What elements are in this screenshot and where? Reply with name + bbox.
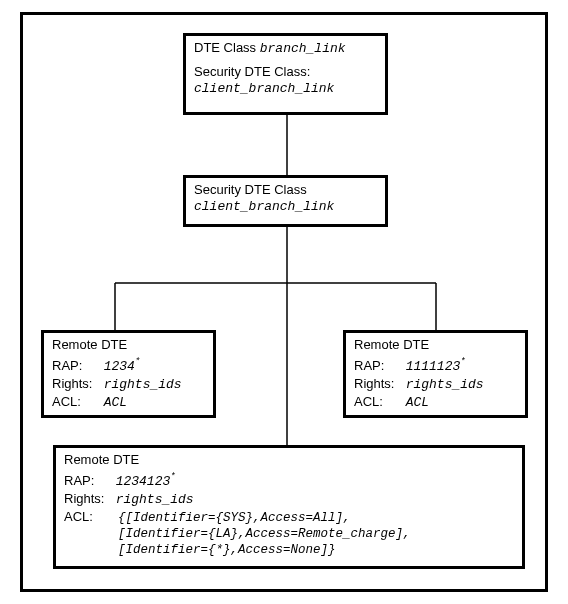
rights-value: rights_ids — [104, 377, 182, 392]
rights-row: Rights: rights_ids — [52, 376, 205, 394]
rap-row: RAP: 1111123* — [354, 358, 517, 376]
remote-dte-title: Remote DTE — [354, 337, 517, 354]
remote-dte-title: Remote DTE — [52, 337, 205, 354]
acl-value: ACL — [104, 395, 127, 410]
acl-row: ACL: ACL — [52, 394, 205, 412]
security-dte-class-box: Security DTE Class client_branch_link — [183, 175, 388, 227]
rights-row: Rights: rights_ids — [64, 491, 514, 509]
acl-label: ACL: — [354, 394, 402, 411]
rap-label: RAP: — [354, 358, 402, 375]
dte-class-box: DTE Class branch_link Security DTE Class… — [183, 33, 388, 115]
rights-label: Rights: — [354, 376, 402, 393]
remote-dte-bottom: Remote DTE RAP: 1234123* Rights: rights_… — [53, 445, 525, 569]
remote-dte-left: Remote DTE RAP: 1234* Rights: rights_ids… — [41, 330, 216, 418]
rap-value: 1234 — [104, 359, 135, 374]
rap-row: RAP: 1234123* — [64, 473, 514, 491]
acl-line3: [Identifier={*},Access=None]} — [118, 542, 514, 558]
rights-label: Rights: — [52, 376, 100, 393]
remote-dte-title: Remote DTE — [64, 452, 514, 469]
rights-value: rights_ids — [116, 492, 194, 507]
security-class-label: Security DTE Class — [194, 182, 377, 199]
rights-row: Rights: rights_ids — [354, 376, 517, 394]
security-class-value: client_branch_link — [194, 199, 377, 216]
rap-row: RAP: 1234* — [52, 358, 205, 376]
dte-class-line: DTE Class branch_link — [194, 40, 377, 58]
acl-value: ACL — [406, 395, 429, 410]
acl-row: ACL:{[Identifier={SYS},Access=All], — [64, 509, 514, 526]
remote-dte-right: Remote DTE RAP: 1111123* Rights: rights_… — [343, 330, 528, 418]
diagram-frame: DTE Class branch_link Security DTE Class… — [20, 12, 548, 592]
rap-value: 1234123 — [116, 474, 171, 489]
rap-star: * — [135, 357, 140, 367]
acl-label: ACL: — [52, 394, 100, 411]
security-dte-class-label: Security DTE Class: — [194, 64, 377, 81]
rights-label: Rights: — [64, 491, 112, 508]
rap-star: * — [460, 357, 465, 367]
rights-value: rights_ids — [406, 377, 484, 392]
rap-value: 1111123 — [406, 359, 461, 374]
acl-row: ACL: ACL — [354, 394, 517, 412]
rap-star: * — [170, 472, 175, 482]
dte-class-label: DTE Class — [194, 40, 256, 57]
rap-label: RAP: — [64, 473, 112, 490]
security-dte-class-value: client_branch_link — [194, 81, 377, 98]
acl-label: ACL: — [64, 509, 118, 526]
acl-line2: [Identifier={LA},Access=Remote_charge], — [118, 526, 514, 542]
acl-line1: {[Identifier={SYS},Access=All], — [118, 511, 351, 525]
rap-label: RAP: — [52, 358, 100, 375]
dte-class-value: branch_link — [260, 41, 346, 56]
